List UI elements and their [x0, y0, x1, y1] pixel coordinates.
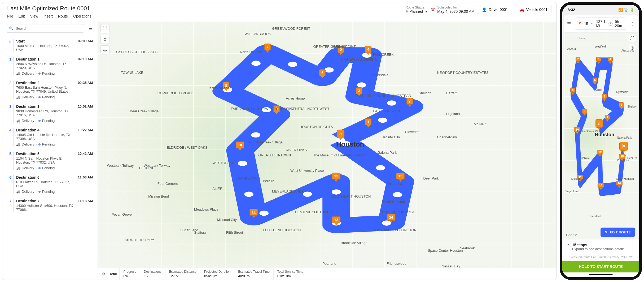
stats-gear-icon[interactable]: ⚙	[100, 270, 107, 277]
stats-service: 01h:18m	[277, 274, 303, 278]
phone-status-icons: 📶 📡 🔋	[618, 8, 634, 12]
hamburger-icon[interactable]: ☰	[565, 19, 573, 28]
driver-button[interactable]: 👤 Driver 0001	[478, 5, 512, 14]
route-summary[interactable]: 📍15 ↔127.1 Mi 🕒5h 20m	[575, 18, 626, 30]
map-marker-4[interactable]: 4	[365, 46, 371, 55]
truck-icon	[16, 95, 20, 99]
map-marker-14[interactable]: 14	[387, 214, 396, 223]
map-marker-15[interactable]: 15	[619, 154, 625, 161]
map-marker-10[interactable]: 10	[236, 142, 244, 151]
phone-topbar: ☰ 📍15 ↔127.1 Mi 🕒5h 20m ⋮	[564, 15, 638, 33]
car-icon: 🚗	[520, 7, 524, 12]
stop-row[interactable]: ⌂Start1000 Main St, Houston, TX 77002, U…	[6, 36, 94, 54]
status-dot-icon	[38, 143, 41, 146]
map-marker-13[interactable]: 13	[598, 183, 604, 190]
map-marker-flag[interactable]: ⚑	[619, 142, 628, 153]
stats-duration: 05h:19m	[204, 274, 230, 278]
predicted-end-time: Predicted Route End Time 03/12/2025 02:4…	[566, 254, 636, 261]
menu-edit[interactable]: Edit	[19, 14, 25, 18]
status-dot-icon	[38, 191, 41, 193]
clock-icon: 🕒	[608, 22, 613, 26]
stop-address: 14905 Old Humble Rd, Humble, TX 77396, U…	[16, 133, 75, 141]
menu-insert[interactable]: Insert	[43, 14, 53, 18]
stop-row[interactable]: 2Destination 27600 East Sam Houston Pkwy…	[6, 78, 94, 102]
map-marker-2[interactable]: 2	[619, 102, 624, 109]
scheduled-for[interactable]: 📅 Scheduled for May 4, 2030 09:00 AM	[431, 6, 474, 14]
chevron-up-icon: ⌃	[566, 243, 569, 248]
stop-name: Destination 2	[16, 81, 75, 85]
stop-time: 10:22 AM	[78, 128, 93, 146]
phone-status-bar: 8:32 📶 📡 🔋	[562, 5, 639, 15]
map-marker-12[interactable]: 12	[332, 173, 340, 182]
stop-row[interactable]: 5Destination 51104 N Sam Houston Pkwy E,…	[6, 149, 94, 173]
stop-time: 09:00 AM	[78, 39, 93, 52]
map-marker-5[interactable]: 5	[338, 46, 344, 55]
stop-row[interactable]: 3Destination 39830 Homestead Rd, Houston…	[6, 102, 94, 125]
truck-icon	[16, 142, 20, 146]
swap-icon: ↔	[590, 22, 594, 26]
menu-view[interactable]: View	[30, 14, 38, 18]
hold-to-start-button[interactable]: HOLD TO START ROUTE	[562, 261, 639, 272]
status-dot-icon	[38, 96, 41, 98]
map-marker-home[interactable]: ⌂	[337, 130, 345, 140]
map-pane[interactable]: ⛶ ⚙ ◎ ⌂123456789101112131415 HoustonCYPR…	[98, 22, 556, 280]
map-marker-3[interactable]: 3	[356, 87, 362, 96]
map-marker-1[interactable]: 1	[605, 115, 610, 122]
map-marker-9[interactable]: 9	[273, 105, 280, 114]
stop-name: Destination 6	[16, 175, 75, 180]
map-marker-15[interactable]: 15	[396, 173, 405, 182]
stop-row[interactable]: 7Destination 714300 Hollister St #600, H…	[6, 196, 94, 214]
status-dot-icon	[38, 167, 41, 169]
stop-address: 610 Frazer Ln, Houston, TX 77037, USA	[16, 180, 75, 188]
vehicle-button[interactable]: 🚗 Vehicle 0001	[516, 5, 551, 14]
calendar-icon: 📅	[431, 8, 435, 12]
google-logo: Google	[566, 233, 577, 237]
map-marker-2[interactable]: 2	[406, 98, 413, 107]
route-title: Last Mile Optimized Route 0001	[7, 5, 91, 12]
map-marker-14[interactable]: 14	[616, 181, 622, 188]
map-marker-3[interactable]: 3	[602, 94, 607, 101]
map-marker-6[interactable]: 6	[319, 69, 326, 78]
stops-list[interactable]: ⌂Start1000 Main St, Houston, TX 77002, U…	[2, 35, 98, 280]
stop-row[interactable]: 4Destination 414905 Old Humble Rd, Humbl…	[6, 125, 94, 149]
menu-route[interactable]: Route	[58, 14, 68, 18]
map-marker-6[interactable]: 6	[593, 78, 597, 84]
stop-address: 1104 N Sam Houston Pkwy E, Houston, TX 7…	[16, 156, 75, 164]
menu-operations[interactable]: Operations	[73, 14, 91, 18]
map-marker-10[interactable]: 10	[574, 127, 580, 134]
phone-map[interactable]: ⛶ ◎ ⌂⚑123456789101112131415 HoustonLouet…	[564, 33, 638, 240]
map-marker-8[interactable]: 8	[570, 88, 575, 95]
filter-icon[interactable]: ☰	[87, 24, 94, 33]
android-nav-handle[interactable]	[562, 272, 639, 277]
stop-name: Destination 1	[16, 57, 75, 61]
map-marker-9[interactable]: 9	[582, 109, 587, 116]
search-input[interactable]: 🔍 Search	[6, 24, 84, 33]
stats-progress: 0%	[123, 274, 136, 278]
edit-route-button[interactable]: ✎ EDIT ROUTE	[601, 228, 635, 237]
expand-stops-row[interactable]: ⌃ 15 stops Expand to see destinations de…	[562, 240, 639, 254]
stop-address: 14300 Hollister St #600, Houston, TX 770…	[16, 204, 75, 212]
map-marker-5[interactable]: 5	[596, 57, 601, 64]
stop-row[interactable]: 1Destination 12804 N Wayside Dr, Houston…	[6, 54, 94, 78]
map-marker-11[interactable]: 11	[249, 209, 258, 218]
map-marker-4[interactable]: 4	[608, 57, 613, 64]
status-dot-icon	[406, 10, 408, 12]
map-marker-13[interactable]: 13	[332, 216, 340, 225]
map-marker-8[interactable]: 8	[223, 82, 229, 91]
phone-time: 8:32	[568, 8, 575, 12]
search-icon: 🔍	[9, 26, 14, 31]
map-marker-11[interactable]: 11	[577, 175, 583, 182]
map-marker-1[interactable]: 1	[365, 118, 371, 127]
kebab-menu-icon[interactable]: ⋮	[628, 19, 637, 28]
route-status[interactable]: Route Status Planned	[406, 6, 427, 14]
truck-icon	[16, 71, 20, 75]
map-marker-12[interactable]: 12	[597, 150, 603, 157]
phone-bottom-sheet: ⌃ 15 stops Expand to see destinations de…	[562, 240, 639, 277]
map-marker-7[interactable]: 7	[576, 57, 580, 64]
map-marker-home[interactable]: ⌂	[596, 119, 603, 130]
stop-row[interactable]: 6Destination 6610 Frazer Ln, Houston, TX…	[6, 173, 94, 196]
map-marker-7[interactable]: 7	[264, 44, 271, 53]
stop-name: Destination 3	[16, 104, 75, 109]
menu-file[interactable]: File	[7, 14, 13, 18]
pencil-icon: ✎	[605, 230, 608, 234]
